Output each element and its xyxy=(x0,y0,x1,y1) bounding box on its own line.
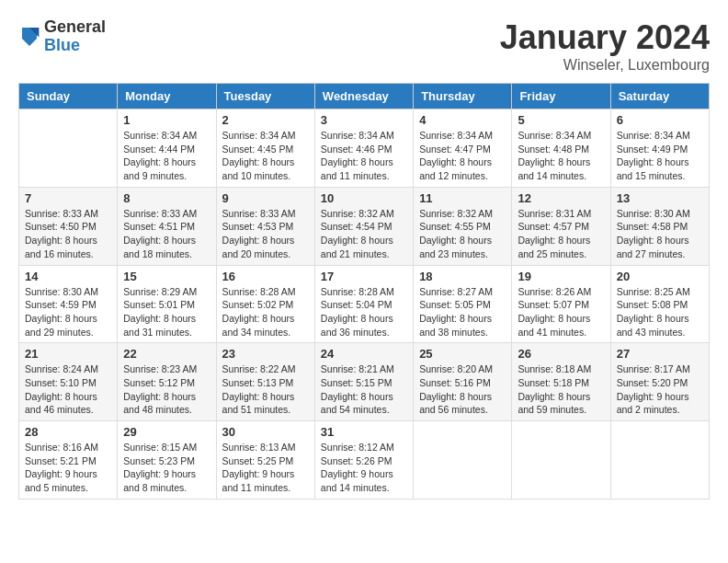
day-detail: Sunrise: 8:32 AMSunset: 4:54 PMDaylight:… xyxy=(321,207,407,261)
day-detail: Sunrise: 8:12 AMSunset: 5:26 PMDaylight:… xyxy=(321,441,407,495)
day-detail: Sunrise: 8:23 AMSunset: 5:12 PMDaylight:… xyxy=(123,362,210,417)
calendar-cell: 15Sunrise: 8:29 AMSunset: 5:01 PMDayligh… xyxy=(118,265,216,343)
day-number: 22 xyxy=(123,347,210,361)
calendar-cell xyxy=(610,421,709,500)
day-detail: Sunrise: 8:33 AMSunset: 4:53 PMDaylight:… xyxy=(222,207,309,261)
calendar-cell: 23Sunrise: 8:22 AMSunset: 5:13 PMDayligh… xyxy=(216,343,314,421)
day-detail: Sunrise: 8:34 AMSunset: 4:44 PMDaylight:… xyxy=(123,129,210,183)
day-detail: Sunrise: 8:18 AMSunset: 5:18 PMDaylight:… xyxy=(518,362,604,417)
day-number: 19 xyxy=(518,270,604,283)
day-number: 10 xyxy=(321,191,407,205)
calendar-header-saturday: Saturday xyxy=(610,84,709,109)
calendar-cell: 13Sunrise: 8:30 AMSunset: 4:58 PMDayligh… xyxy=(610,187,709,265)
day-detail: Sunrise: 8:32 AMSunset: 4:55 PMDaylight:… xyxy=(419,207,506,261)
day-detail: Sunrise: 8:34 AMSunset: 4:49 PMDaylight:… xyxy=(617,129,703,183)
calendar-header-row: SundayMondayTuesdayWednesdayThursdayFrid… xyxy=(19,84,710,109)
calendar-cell: 18Sunrise: 8:27 AMSunset: 5:05 PMDayligh… xyxy=(414,265,512,343)
day-number: 15 xyxy=(123,270,210,283)
calendar-cell: 30Sunrise: 8:13 AMSunset: 5:25 PMDayligh… xyxy=(216,421,314,500)
day-number: 14 xyxy=(25,270,111,283)
day-number: 24 xyxy=(321,347,407,361)
location-subtitle: Winseler, Luxembourg xyxy=(500,57,710,74)
day-detail: Sunrise: 8:20 AMSunset: 5:16 PMDaylight:… xyxy=(419,362,506,417)
calendar-cell: 27Sunrise: 8:17 AMSunset: 5:20 PMDayligh… xyxy=(610,343,709,421)
day-detail: Sunrise: 8:27 AMSunset: 5:05 PMDaylight:… xyxy=(419,285,506,339)
calendar-cell: 4Sunrise: 8:34 AMSunset: 4:47 PMDaylight… xyxy=(414,109,512,188)
calendar-cell xyxy=(19,109,118,188)
calendar-header-monday: Monday xyxy=(118,84,216,109)
day-detail: Sunrise: 8:30 AMSunset: 4:58 PMDaylight:… xyxy=(617,207,703,261)
day-number: 9 xyxy=(222,191,309,205)
day-detail: Sunrise: 8:28 AMSunset: 5:02 PMDaylight:… xyxy=(222,285,309,339)
day-number: 16 xyxy=(222,270,309,283)
calendar-week-row: 7Sunrise: 8:33 AMSunset: 4:50 PMDaylight… xyxy=(19,187,710,265)
day-detail: Sunrise: 8:30 AMSunset: 4:59 PMDaylight:… xyxy=(25,285,111,339)
logo: General Blue xyxy=(18,18,106,55)
header: General Blue January 2024 Winseler, Luxe… xyxy=(18,18,710,74)
day-number: 12 xyxy=(518,191,604,205)
day-number: 21 xyxy=(25,347,111,361)
calendar-week-row: 28Sunrise: 8:16 AMSunset: 5:21 PMDayligh… xyxy=(19,421,710,500)
calendar-cell: 11Sunrise: 8:32 AMSunset: 4:55 PMDayligh… xyxy=(414,187,512,265)
calendar-cell: 12Sunrise: 8:31 AMSunset: 4:57 PMDayligh… xyxy=(512,187,610,265)
day-number: 31 xyxy=(321,425,407,439)
day-number: 8 xyxy=(123,191,210,205)
day-number: 6 xyxy=(617,113,703,127)
calendar-cell: 19Sunrise: 8:26 AMSunset: 5:07 PMDayligh… xyxy=(512,265,610,343)
calendar-cell: 9Sunrise: 8:33 AMSunset: 4:53 PMDaylight… xyxy=(216,187,314,265)
calendar-cell: 5Sunrise: 8:34 AMSunset: 4:48 PMDaylight… xyxy=(512,109,610,188)
day-detail: Sunrise: 8:34 AMSunset: 4:48 PMDaylight:… xyxy=(518,129,604,183)
day-number: 13 xyxy=(617,191,703,205)
day-number: 30 xyxy=(222,425,309,439)
day-number: 23 xyxy=(222,347,309,361)
day-detail: Sunrise: 8:34 AMSunset: 4:46 PMDaylight:… xyxy=(321,129,407,183)
day-number: 11 xyxy=(419,191,506,205)
day-detail: Sunrise: 8:16 AMSunset: 5:21 PMDaylight:… xyxy=(25,441,111,495)
day-number: 2 xyxy=(222,113,309,127)
day-number: 1 xyxy=(123,113,210,127)
day-number: 17 xyxy=(321,270,407,283)
day-number: 20 xyxy=(617,270,703,283)
calendar-cell: 16Sunrise: 8:28 AMSunset: 5:02 PMDayligh… xyxy=(216,265,314,343)
day-number: 5 xyxy=(518,113,604,127)
calendar-cell: 28Sunrise: 8:16 AMSunset: 5:21 PMDayligh… xyxy=(19,421,118,500)
day-detail: Sunrise: 8:29 AMSunset: 5:01 PMDaylight:… xyxy=(123,285,210,339)
calendar-cell: 14Sunrise: 8:30 AMSunset: 4:59 PMDayligh… xyxy=(19,265,118,343)
calendar-table: SundayMondayTuesdayWednesdayThursdayFrid… xyxy=(18,83,710,500)
calendar-cell: 25Sunrise: 8:20 AMSunset: 5:16 PMDayligh… xyxy=(414,343,512,421)
calendar-cell: 26Sunrise: 8:18 AMSunset: 5:18 PMDayligh… xyxy=(512,343,610,421)
calendar-cell: 8Sunrise: 8:33 AMSunset: 4:51 PMDaylight… xyxy=(118,187,216,265)
calendar-cell xyxy=(414,421,512,500)
calendar-cell: 24Sunrise: 8:21 AMSunset: 5:15 PMDayligh… xyxy=(314,343,413,421)
calendar-header-tuesday: Tuesday xyxy=(216,84,314,109)
calendar-cell: 3Sunrise: 8:34 AMSunset: 4:46 PMDaylight… xyxy=(314,109,413,188)
calendar-cell: 20Sunrise: 8:25 AMSunset: 5:08 PMDayligh… xyxy=(610,265,709,343)
day-number: 29 xyxy=(123,425,210,439)
day-detail: Sunrise: 8:33 AMSunset: 4:51 PMDaylight:… xyxy=(123,207,210,261)
calendar-cell: 10Sunrise: 8:32 AMSunset: 4:54 PMDayligh… xyxy=(314,187,413,265)
day-detail: Sunrise: 8:17 AMSunset: 5:20 PMDaylight:… xyxy=(617,362,703,417)
calendar-cell: 31Sunrise: 8:12 AMSunset: 5:26 PMDayligh… xyxy=(314,421,413,500)
calendar-header-sunday: Sunday xyxy=(19,84,118,109)
calendar-header-wednesday: Wednesday xyxy=(314,84,413,109)
day-number: 18 xyxy=(419,270,506,283)
day-detail: Sunrise: 8:28 AMSunset: 5:04 PMDaylight:… xyxy=(321,285,407,339)
day-detail: Sunrise: 8:25 AMSunset: 5:08 PMDaylight:… xyxy=(617,285,703,339)
day-detail: Sunrise: 8:26 AMSunset: 5:07 PMDaylight:… xyxy=(518,285,604,339)
calendar-week-row: 14Sunrise: 8:30 AMSunset: 4:59 PMDayligh… xyxy=(19,265,710,343)
logo-general: General xyxy=(44,18,106,37)
calendar-cell: 22Sunrise: 8:23 AMSunset: 5:12 PMDayligh… xyxy=(118,343,216,421)
day-detail: Sunrise: 8:33 AMSunset: 4:50 PMDaylight:… xyxy=(25,207,111,261)
calendar-cell: 7Sunrise: 8:33 AMSunset: 4:50 PMDaylight… xyxy=(19,187,118,265)
day-number: 7 xyxy=(25,191,111,205)
day-detail: Sunrise: 8:34 AMSunset: 4:45 PMDaylight:… xyxy=(222,129,309,183)
title-area: January 2024 Winseler, Luxembourg xyxy=(500,18,710,74)
calendar-header-friday: Friday xyxy=(512,84,610,109)
calendar-cell xyxy=(512,421,610,500)
calendar-cell: 1Sunrise: 8:34 AMSunset: 4:44 PMDaylight… xyxy=(118,109,216,188)
day-detail: Sunrise: 8:34 AMSunset: 4:47 PMDaylight:… xyxy=(419,129,506,183)
day-detail: Sunrise: 8:15 AMSunset: 5:23 PMDaylight:… xyxy=(123,441,210,495)
calendar-week-row: 1Sunrise: 8:34 AMSunset: 4:44 PMDaylight… xyxy=(19,109,710,188)
calendar-cell: 29Sunrise: 8:15 AMSunset: 5:23 PMDayligh… xyxy=(118,421,216,500)
day-detail: Sunrise: 8:21 AMSunset: 5:15 PMDaylight:… xyxy=(321,362,407,417)
